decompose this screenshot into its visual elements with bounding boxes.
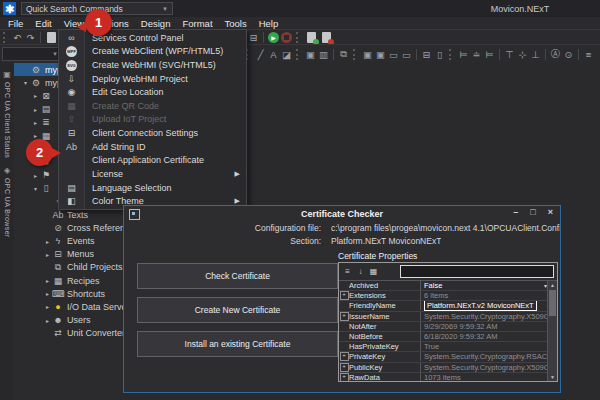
tree-item-texts[interactable]: AbTexts bbox=[14, 208, 123, 221]
stop-runtime-button[interactable] bbox=[281, 32, 292, 43]
save-doc-icon[interactable] bbox=[47, 32, 56, 43]
duplicate-icon[interactable]: ⧉ bbox=[337, 48, 350, 61]
auto-size-icon[interactable]: Ⓐ bbox=[549, 48, 562, 61]
property-row-notafter[interactable]: +NotAfter9/29/2069 9:59:32 AM bbox=[339, 322, 557, 332]
menu-design[interactable]: Design bbox=[135, 18, 177, 29]
rotate-icon[interactable]: ⊙ bbox=[562, 48, 575, 61]
expander-expanded-icon[interactable]: ▾ bbox=[21, 79, 30, 86]
side-tab-opc-ua-client-status[interactable]: ▣OPC UA Client Status bbox=[0, 66, 14, 158]
property-row-rawdata[interactable]: +RawData1073 items bbox=[339, 373, 557, 381]
align-left-icon[interactable]: ⊨ bbox=[457, 48, 470, 61]
tree-item-child-projects[interactable]: ⧉Child Projects bbox=[14, 261, 123, 274]
expander-collapsed-icon[interactable]: ▸ bbox=[31, 119, 40, 126]
align-center-icon[interactable]: ≐ bbox=[470, 48, 483, 61]
error-project-icon[interactable] bbox=[322, 32, 331, 43]
center-both-icon[interactable]: ⊹ bbox=[516, 48, 529, 61]
menu-edit[interactable]: Edit bbox=[29, 18, 57, 29]
expander-collapsed-icon[interactable]: ▸ bbox=[43, 238, 52, 245]
property-row-archived[interactable]: +ArchivedFalse bbox=[339, 281, 557, 291]
snap-grid-icon[interactable]: ▥ bbox=[317, 48, 330, 61]
expander-collapsed-icon[interactable]: ▸ bbox=[43, 317, 52, 324]
scroll-thumb[interactable] bbox=[549, 290, 556, 316]
expander-collapsed-icon[interactable]: ▸ bbox=[43, 251, 52, 258]
expand-icon[interactable]: + bbox=[340, 291, 349, 300]
tree-item-cross-reference[interactable]: ⊘Cross Reference bbox=[14, 221, 123, 234]
distribute-v-icon[interactable]: ∥ bbox=[595, 48, 600, 61]
tree-item-recipes[interactable]: ▸▦Recipes bbox=[14, 274, 123, 287]
expand-icon[interactable]: + bbox=[340, 363, 349, 372]
style-combo[interactable]: ▼ bbox=[2, 47, 62, 61]
expand-icon[interactable]: + bbox=[340, 373, 349, 381]
menu-item-client-connection-settings[interactable]: ⊟Client Connection Settings bbox=[59, 126, 246, 140]
tree-item-unit-converter[interactable]: ⇄Unit Converter bbox=[14, 327, 123, 340]
client-settings-icon[interactable]: ⊟ bbox=[247, 31, 260, 44]
check-certificate-button[interactable]: Check Certificate bbox=[137, 263, 338, 289]
send-back-icon[interactable]: ▭ bbox=[400, 48, 413, 61]
scroll-up-icon[interactable]: ▲ bbox=[548, 282, 557, 288]
minimize-button[interactable]: – bbox=[513, 207, 518, 217]
show-grid-icon[interactable]: ▣ bbox=[304, 48, 317, 61]
menu-tools[interactable]: Tools bbox=[219, 18, 253, 29]
menu-item-deploy-webhmi-project[interactable]: ⇩Deploy WebHMI Project bbox=[59, 72, 246, 86]
page-icon[interactable]: ▯ bbox=[433, 48, 446, 61]
menu-item-services-control-panel[interactable]: ∞Services Control Panel bbox=[59, 31, 246, 45]
align-bottom-icon[interactable]: ⊥ bbox=[529, 48, 542, 61]
expander-collapsed-icon[interactable]: ▸ bbox=[31, 92, 40, 99]
expander-collapsed-icon[interactable]: ▸ bbox=[43, 303, 52, 310]
menu-item-client-application-certificate[interactable]: Client Application Certificate bbox=[59, 153, 246, 167]
tree-item-events[interactable]: ▸ϟEvents bbox=[14, 234, 123, 247]
bring-front-icon[interactable]: ▭ bbox=[387, 48, 400, 61]
expander-expanded-icon[interactable]: ▾ bbox=[31, 185, 40, 192]
menu-file[interactable]: File bbox=[2, 18, 29, 29]
expand-icon[interactable]: + bbox=[340, 352, 349, 361]
menu-format[interactable]: Format bbox=[176, 18, 218, 29]
close-button[interactable]: × bbox=[548, 207, 553, 217]
expand-icon[interactable]: + bbox=[340, 312, 349, 321]
property-row-publickey[interactable]: +PublicKeySystem.Security.Cryptography.X… bbox=[339, 363, 557, 373]
font-icon[interactable]: A bbox=[267, 48, 280, 61]
start-runtime-button[interactable]: ▶ bbox=[268, 32, 279, 43]
sort-alphabetical-icon[interactable]: ↓ bbox=[355, 266, 366, 278]
expander-collapsed-icon[interactable]: ▸ bbox=[43, 290, 52, 297]
expander-collapsed-icon[interactable]: ▸ bbox=[31, 132, 40, 139]
property-row-privatekey[interactable]: +PrivateKeySystem.Security.Cryptography.… bbox=[339, 352, 557, 362]
distribute-h-icon[interactable]: ≡ bbox=[582, 48, 595, 61]
line-tool-icon[interactable]: ╱ bbox=[254, 48, 267, 61]
undo-icon[interactable]: ↶ bbox=[11, 31, 24, 44]
group-icon[interactable]: ▣ bbox=[361, 48, 374, 61]
scroll-down-icon[interactable]: ▼ bbox=[548, 374, 557, 380]
menu-item-edit-geo-location[interactable]: ◉Edit Geo Location bbox=[59, 85, 246, 99]
menu-item-create-webhmi-svg-html5-[interactable]: SVGCreate WebHMI (SVG/HTML5) bbox=[59, 58, 246, 72]
align-right-icon[interactable]: ⊨ bbox=[483, 48, 496, 61]
tree-item-i-o-data-server[interactable]: ▸●I/O Data Server bbox=[14, 300, 123, 313]
align-top-icon[interactable]: ⊤ bbox=[503, 48, 516, 61]
property-pages-icon[interactable]: ▦ bbox=[368, 266, 379, 278]
expander-collapsed-icon[interactable]: ▸ bbox=[31, 106, 40, 113]
fill-color-icon[interactable]: ◪ bbox=[280, 48, 293, 61]
screen-icon[interactable]: ⊟ bbox=[420, 48, 433, 61]
property-row-hasprivatekey[interactable]: +HasPrivateKeyTrue bbox=[339, 342, 557, 352]
menu-item-language-selection[interactable]: ▤Language Selection bbox=[59, 181, 246, 195]
menu-item-license[interactable]: License▶ bbox=[59, 167, 246, 181]
menu-item-add-string-id[interactable]: AbAdd String ID bbox=[59, 140, 246, 154]
tree-item-shortcuts[interactable]: ▸⌨Shortcuts bbox=[14, 287, 123, 300]
install-existing-certificate-button[interactable]: Install an existing Certificate bbox=[137, 331, 338, 357]
expander-collapsed-icon[interactable]: ▸ bbox=[31, 172, 40, 179]
tree-item-users[interactable]: ▸☻Users bbox=[14, 314, 123, 327]
grid-scrollbar[interactable]: ▲ ▼ bbox=[547, 281, 557, 381]
ungroup-icon[interactable]: ▣ bbox=[374, 48, 387, 61]
categorized-icon[interactable]: ≡ bbox=[342, 266, 353, 278]
create-new-certificate-button[interactable]: Create New Certificate bbox=[137, 297, 338, 323]
maximize-button[interactable]: □ bbox=[530, 207, 535, 217]
dialog-title-bar[interactable]: Certificate Checker – □ × bbox=[124, 206, 560, 221]
tree-item-menus[interactable]: ▸⊟Menus bbox=[14, 248, 123, 261]
side-tab-opc-ua-browser[interactable]: ◈OPC UA Browser bbox=[0, 162, 14, 238]
menu-help[interactable]: Help bbox=[253, 18, 285, 29]
redo-icon[interactable]: ↷ bbox=[24, 31, 37, 44]
expander-collapsed-icon[interactable]: ▸ bbox=[43, 277, 52, 284]
property-row-extensions[interactable]: +Extensions6 items bbox=[339, 291, 557, 301]
property-row-friendlyname[interactable]: +FriendlyNamePlatform.NExT.v2 MoviconNEx… bbox=[339, 301, 557, 311]
property-row-issuername[interactable]: +IssuerNameSystem.Security.Cryptography.… bbox=[339, 312, 557, 322]
check-project-icon[interactable] bbox=[307, 32, 316, 43]
property-row-notbefore[interactable]: +NotBefore6/18/2020 9:59:32 AM bbox=[339, 332, 557, 342]
